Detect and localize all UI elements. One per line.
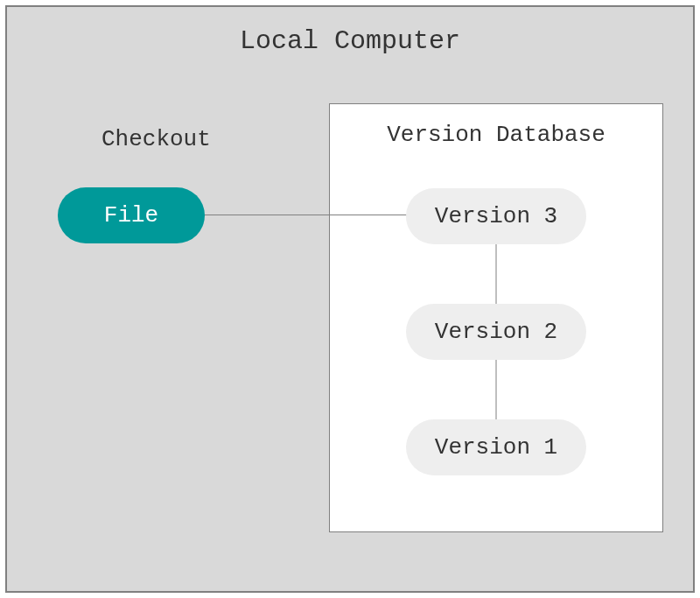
file-pill-label: File xyxy=(104,202,158,229)
connector-file-to-version3 xyxy=(205,215,408,215)
checkout-label: Checkout xyxy=(102,126,211,152)
version-3-pill: Version 3 xyxy=(406,188,586,244)
version-2-pill: Version 2 xyxy=(406,304,586,360)
connector-v3-to-v2 xyxy=(496,244,497,304)
file-pill: File xyxy=(58,187,205,243)
version-1-label: Version 1 xyxy=(435,434,557,461)
version-2-label: Version 2 xyxy=(435,319,557,345)
local-computer-container: Local Computer Checkout File Version Dat… xyxy=(5,5,695,593)
version-3-label: Version 3 xyxy=(435,203,557,229)
version-1-pill: Version 1 xyxy=(406,419,586,475)
version-database-title: Version Database xyxy=(330,122,662,148)
diagram-title: Local Computer xyxy=(7,26,693,56)
version-database-container: Version Database Version 3 Version 2 Ver… xyxy=(329,103,663,532)
connector-v2-to-v1 xyxy=(496,360,497,419)
